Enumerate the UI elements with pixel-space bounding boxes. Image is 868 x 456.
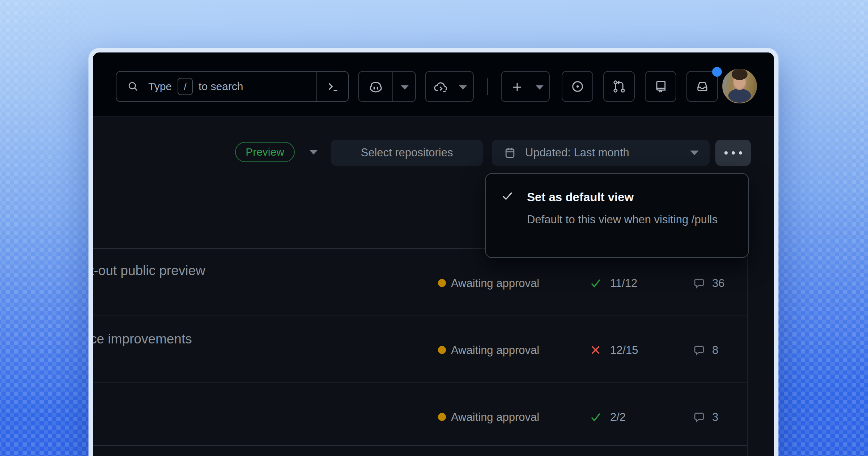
comment-count: 8 <box>712 344 718 357</box>
awaiting-approval-dot-icon <box>438 279 446 287</box>
button-divider <box>392 72 393 101</box>
codespaces-cloud-icon <box>433 80 450 95</box>
pull-requests-button[interactable] <box>603 71 635 102</box>
kebab-dot <box>724 151 728 155</box>
inbox-icon <box>695 79 710 94</box>
checks-count: 11/12 <box>610 277 637 290</box>
menu-item-description: Default to this view when visiting /pull… <box>527 211 733 228</box>
pr-row-title[interactable]: ce improvements <box>93 332 192 347</box>
copilot-button[interactable] <box>358 71 416 102</box>
chevron-down-icon <box>400 84 409 90</box>
view-options-menu: Set as default view Default to this view… <box>485 173 749 258</box>
preview-label: Preview <box>246 146 284 158</box>
pr-row-meta[interactable]: Awaiting approval 11/12 36 <box>437 275 748 291</box>
checks-success-icon <box>589 410 602 423</box>
unread-notification-dot <box>712 67 722 77</box>
row-divider <box>93 316 748 316</box>
global-header: Type / to search <box>93 52 774 117</box>
slash-key-label: / <box>184 81 186 92</box>
git-pull-request-icon <box>612 79 627 94</box>
pr-row-title[interactable]: t-out public preview <box>93 263 205 278</box>
checks-count: 12/15 <box>610 344 638 357</box>
review-status-label: Awaiting approval <box>451 344 539 357</box>
awaiting-approval-dot-icon <box>438 413 446 421</box>
github-window: Type / to search <box>89 48 778 456</box>
review-status-label: Awaiting approval <box>451 277 539 290</box>
checks-count: 2/2 <box>610 411 626 424</box>
select-repositories-button[interactable]: Select repositories <box>331 140 483 166</box>
review-status-label: Awaiting approval <box>451 411 539 424</box>
repo-book-icon <box>653 79 668 94</box>
awaiting-approval-dot-icon <box>438 346 446 354</box>
comment-icon <box>692 343 706 357</box>
chevron-down-icon <box>689 149 699 156</box>
row-divider <box>93 445 748 446</box>
header-divider <box>487 78 488 95</box>
slash-keycap: / <box>178 78 193 95</box>
select-repositories-label: Select repositories <box>361 146 453 159</box>
chevron-down-icon <box>458 84 468 90</box>
preview-badge: Preview <box>235 142 295 162</box>
preview-dropdown-caret[interactable] <box>309 149 319 155</box>
notifications-inbox-button[interactable] <box>686 71 718 102</box>
check-icon <box>501 189 514 203</box>
view-options-button[interactable] <box>715 140 751 166</box>
github-app: Type / to search <box>93 52 774 456</box>
checks-success-icon <box>589 276 602 290</box>
updated-filter-label: Updated: Last month <box>525 146 629 159</box>
comment-icon <box>692 276 706 290</box>
menu-item-set-default-view[interactable]: Set as default view <box>527 190 634 204</box>
calendar-icon <box>503 145 517 160</box>
search-placeholder-prefix: Type <box>148 80 172 93</box>
issues-button[interactable] <box>562 71 593 102</box>
avatar[interactable] <box>722 69 757 104</box>
plus-icon <box>510 80 524 94</box>
updated-filter-button[interactable]: Updated: Last month <box>492 140 710 166</box>
chevron-down-icon <box>309 149 319 155</box>
chevron-down-icon <box>535 84 544 90</box>
search-icon <box>127 80 140 93</box>
kebab-dot <box>732 151 735 155</box>
repositories-button[interactable] <box>645 71 676 102</box>
issue-opened-icon <box>570 79 585 94</box>
checks-failure-icon <box>589 343 602 356</box>
create-new-button[interactable] <box>501 71 550 102</box>
pr-row-meta[interactable]: Awaiting approval 2/2 3 <box>437 409 748 425</box>
comment-count: 3 <box>712 411 718 424</box>
search-placeholder-suffix: to search <box>199 80 243 93</box>
copilot-icon <box>368 80 383 95</box>
pr-row-meta[interactable]: Awaiting approval 12/15 8 <box>437 342 748 358</box>
comment-icon <box>692 410 706 424</box>
comment-count: 36 <box>712 277 724 290</box>
terminal-prompt-icon <box>326 79 340 94</box>
command-palette-button[interactable] <box>316 72 348 101</box>
row-divider <box>93 383 748 383</box>
codespaces-button[interactable] <box>425 71 474 102</box>
search-input[interactable]: Type / to search <box>116 71 349 102</box>
kebab-dot <box>739 151 742 155</box>
